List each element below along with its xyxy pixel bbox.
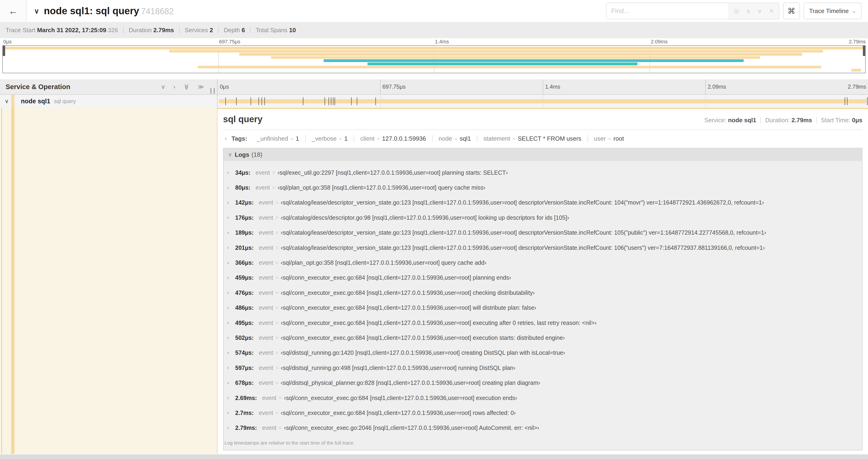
ruler-grid-line xyxy=(380,79,380,94)
span-duration-bar[interactable] xyxy=(219,99,867,103)
log-timestamp: 201μs: xyxy=(235,244,254,251)
log-field-key: event xyxy=(255,169,270,176)
chevron-right-icon: › xyxy=(227,380,235,386)
log-marker-tick[interactable] xyxy=(331,97,331,105)
log-entry-row[interactable]: › 2.7ms: event = ‹sql/conn_executor_exec… xyxy=(227,405,859,420)
detail-meta: Service: node sql1 Duration: 2.79ms Star… xyxy=(705,117,862,124)
next-match-icon[interactable]: ∨ xyxy=(757,7,762,15)
log-field-key: event xyxy=(259,244,273,251)
log-marker-tick[interactable] xyxy=(261,97,262,105)
log-entry-row[interactable]: › 678μs: event = ‹sql/distsql_physical_p… xyxy=(227,375,859,390)
log-field-key: event xyxy=(259,304,273,311)
log-entry-row[interactable]: › 597μs: event = ‹sql/distsql_running.go… xyxy=(227,360,859,375)
log-entry-row[interactable]: › 495μs: event = ‹sql/conn_executor_exec… xyxy=(227,315,859,330)
log-entry-row[interactable]: › 176μs: event = ‹sql/catalog/descs/desc… xyxy=(227,210,859,225)
span-color-strip xyxy=(11,95,14,108)
tag-item: client=127.0.0.1:59936 xyxy=(354,135,433,142)
clear-search-icon[interactable]: ✕ xyxy=(769,7,774,15)
log-entry-row[interactable]: › 486μs: event = ‹sql/conn_executor_exec… xyxy=(227,300,859,315)
focus-match-icon[interactable]: ◎ xyxy=(734,7,739,15)
log-timestamp: 142μs: xyxy=(235,199,254,206)
log-marker-tick[interactable] xyxy=(847,97,847,105)
column-resize-handle[interactable] xyxy=(211,88,215,94)
log-entry-row[interactable]: › 574μs: event = ‹sql/distsql_running.go… xyxy=(227,346,859,360)
log-marker-tick[interactable] xyxy=(333,97,334,105)
tag-item: _unfinished=1 xyxy=(251,135,305,142)
minimap-canvas[interactable] xyxy=(2,45,866,73)
chevron-right-icon: › xyxy=(227,185,235,191)
span-row[interactable]: ∨ node sql1 sql query xyxy=(0,95,868,108)
minimap-right-handle[interactable] xyxy=(863,46,865,56)
log-marker-tick[interactable] xyxy=(265,97,265,105)
log-marker-tick[interactable] xyxy=(867,97,868,105)
log-entry-row[interactable]: › 80μs: event = ‹sql/plan_opt.go:358 [ns… xyxy=(227,180,859,195)
log-entry-row[interactable]: › 189μs: event = ‹sql/catalog/lease/desc… xyxy=(227,225,859,240)
collapse-all-icon[interactable]: ≫ xyxy=(183,84,190,90)
collapse-controls: ∨ › ≫ ≫ xyxy=(161,79,204,94)
log-marker-tick[interactable] xyxy=(251,97,251,105)
log-marker-tick[interactable] xyxy=(225,97,226,105)
log-entry-row[interactable]: › 476μs: event = ‹sql/conn_executor_exec… xyxy=(227,285,859,300)
view-selector-button[interactable]: Trace Timeline ⌄ xyxy=(804,3,862,19)
detail-left-column xyxy=(0,108,217,454)
trace-title: node sql1: sql query7418682 xyxy=(44,5,174,17)
back-button[interactable]: ← xyxy=(0,0,27,22)
logs-toggle-header[interactable]: ∨ Logs (18) xyxy=(223,148,862,161)
chevron-right-icon: › xyxy=(227,425,235,431)
log-marker-tick[interactable] xyxy=(845,97,845,105)
log-marker-tick[interactable] xyxy=(324,97,325,105)
log-marker-tick[interactable] xyxy=(357,97,357,105)
log-entry-row[interactable]: › 34μs: event = ‹sql/exec_util.go:2297 [… xyxy=(227,165,859,180)
log-field-value: ‹sql/distsql_physical_planner.go:828 [ns… xyxy=(281,380,540,386)
back-arrow-icon[interactable]: ← xyxy=(8,6,18,16)
log-entry-row[interactable]: › 2.69ms: event = ‹sql/conn_executor_exe… xyxy=(227,390,859,405)
ruler-tick-label: 697.75μs xyxy=(382,84,406,90)
log-marker-tick[interactable] xyxy=(236,97,237,105)
bottom-strip xyxy=(0,454,868,459)
log-field-value: ‹sql/conn_executor_exec.go:684 [nsql1,cl… xyxy=(281,320,597,326)
chevron-right-icon: › xyxy=(227,230,235,236)
log-marker-tick[interactable] xyxy=(375,97,376,105)
chevron-right-icon: › xyxy=(227,350,235,356)
trace-collapse-icon[interactable]: ∨ xyxy=(34,7,39,15)
span-collapse-icon[interactable]: ∨ xyxy=(5,98,9,104)
minimap-tick-label: 2.79ms xyxy=(849,39,866,45)
log-timestamp: 2.79ms: xyxy=(235,424,257,431)
chevron-right-icon: › xyxy=(227,320,235,326)
log-marker-tick[interactable] xyxy=(351,97,352,105)
span-bar-area[interactable] xyxy=(217,95,868,108)
minimap-span-bar xyxy=(851,69,861,72)
tags-toggle-row[interactable]: › Tags: _unfinished=1 _verbose=1 client=… xyxy=(223,135,862,142)
timeline-header-row: Service & Operation ∨ › ≫ ≫ 0μs697.75μs1… xyxy=(0,79,868,95)
spacer xyxy=(0,73,868,79)
log-timestamp: 678μs: xyxy=(235,380,254,386)
chevron-right-icon: › xyxy=(227,335,235,341)
log-marker-tick[interactable] xyxy=(329,97,329,105)
log-field-key: event xyxy=(259,320,273,326)
span-service-name: node sql1 xyxy=(21,98,51,105)
detail-header: sql query Service: node sql1 Duration: 2… xyxy=(223,114,862,124)
log-marker-tick[interactable] xyxy=(303,97,303,105)
find-input[interactable] xyxy=(607,3,729,19)
tag-item: statement=SELECT * FROM users xyxy=(477,135,588,142)
collapse-one-icon[interactable]: ∨ xyxy=(161,83,165,91)
log-marker-tick[interactable] xyxy=(335,97,335,105)
log-timestamp: 80μs: xyxy=(235,184,250,191)
keyboard-shortcuts-button[interactable]: ⌘ xyxy=(783,3,800,19)
log-entry-row[interactable]: › 201μs: event = ‹sql/catalog/lease/desc… xyxy=(227,240,859,255)
log-entry-row[interactable]: › 142μs: event = ‹sql/catalog/lease/desc… xyxy=(227,195,859,210)
prev-match-icon[interactable]: ∧ xyxy=(746,7,751,15)
log-timestamp: 34μs: xyxy=(235,169,250,176)
log-entry-row[interactable]: › 459μs: event = ‹sql/conn_executor_exec… xyxy=(227,270,859,285)
log-timestamp: 495μs: xyxy=(235,320,254,326)
ruler-tick-label: 2.79ms xyxy=(848,84,866,90)
log-entry-row[interactable]: › 366μs: event = ‹sql/plan_opt.go:358 [n… xyxy=(227,255,859,270)
log-marker-tick[interactable] xyxy=(258,97,259,105)
minimap-left-handle[interactable] xyxy=(3,46,5,56)
log-entry-row[interactable]: › 2.79ms: event = ‹sql/conn_executor_exe… xyxy=(227,421,859,435)
chevron-right-icon: › xyxy=(227,365,235,371)
expand-one-icon[interactable]: › xyxy=(174,83,176,91)
divider xyxy=(250,27,251,33)
log-entry-row[interactable]: › 502μs: event = ‹sql/conn_executor_exec… xyxy=(227,330,859,345)
expand-all-icon[interactable]: ≫ xyxy=(198,83,204,91)
